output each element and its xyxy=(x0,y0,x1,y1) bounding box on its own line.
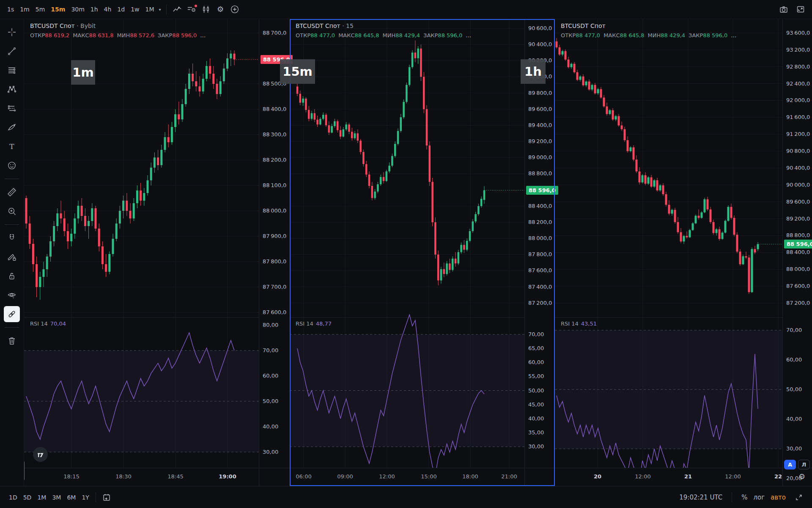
settings-button[interactable]: ⚙ xyxy=(213,3,228,15)
time-axis-1h[interactable]: 2012:002112:0022 xyxy=(555,468,812,486)
fullscreen-icon xyxy=(796,4,806,14)
tool-zoom-in[interactable] xyxy=(4,203,20,219)
scale-авто[interactable]: авто xyxy=(771,494,786,501)
add-chart-button[interactable] xyxy=(228,3,242,15)
ohlc-label: МАКС xyxy=(338,32,354,39)
rsi-name: RSI 14 xyxy=(561,320,579,327)
price-axis-1m[interactable]: 88 700,088 500,088 400,088 300,088 200,0… xyxy=(259,19,290,486)
clock-utc[interactable]: 19:02:21 UTC xyxy=(679,494,722,501)
timeframe-30m[interactable]: 30m xyxy=(68,3,87,15)
svg-text:⚙: ⚙ xyxy=(217,5,224,14)
ohlc-label: ЗАКР xyxy=(423,32,438,39)
fullscreen-button[interactable] xyxy=(793,3,808,15)
range-1Y[interactable]: 1Y xyxy=(79,492,92,503)
pane-settings-gear[interactable]: ⚙ xyxy=(797,472,807,483)
rsi-tick: 40,00 xyxy=(786,416,802,422)
timeframe-1M[interactable]: 1M xyxy=(143,3,157,15)
ohlc-value: 88 631,8 xyxy=(89,32,114,39)
range-5D[interactable]: 5D xyxy=(20,492,35,503)
scale-%[interactable]: % xyxy=(741,494,747,501)
timeframe-5m[interactable]: 5m xyxy=(33,3,48,15)
timeframe-1m[interactable]: 1m xyxy=(17,3,33,15)
price-tick: 88 200,0 xyxy=(263,157,286,163)
rsi-name: RSI 14 xyxy=(30,320,48,327)
tradingview-logo[interactable] xyxy=(33,447,48,462)
range-1M[interactable]: 1M xyxy=(34,492,49,503)
scale-лог[interactable]: лог xyxy=(753,494,765,501)
range-1D[interactable]: 1D xyxy=(6,492,20,503)
timeframe-1s[interactable]: 1s xyxy=(4,3,17,15)
timeframe-1d[interactable]: 1d xyxy=(114,3,128,15)
price-tick: 89 000,0 xyxy=(528,154,552,161)
rsi-tick: 50,00 xyxy=(528,387,544,394)
ohlc-value: 88 477,0 xyxy=(576,32,600,39)
remove-drawings-icon xyxy=(7,336,17,346)
tool-emoji[interactable] xyxy=(4,157,20,174)
timeframe-menu-caret[interactable]: ▾ xyxy=(157,7,163,12)
time-axis-1m[interactable]: 18:1518:3018:4519:00 xyxy=(24,468,290,486)
tool-crosshair[interactable] xyxy=(4,24,20,40)
timeframe-15m[interactable]: 15m xyxy=(48,3,68,15)
rsi-tick: 40,00 xyxy=(528,415,544,422)
candle-compare-button[interactable] xyxy=(199,3,213,15)
camera-button[interactable] xyxy=(776,3,791,15)
tool-trend-line[interactable] xyxy=(4,43,20,59)
tool-remove-drawings[interactable] xyxy=(4,333,20,349)
rsi-indicator-label[interactable]: RSI 1443,51 xyxy=(561,320,597,327)
ohlc-more[interactable]: … xyxy=(466,32,472,39)
timeframe-badge-15m: 15m xyxy=(280,59,315,84)
price-pane-1m[interactable] xyxy=(24,19,259,468)
chart-cell-15m[interactable]: BTCUSDT Спот · 15ОТКР88 477,0МАКС88 645,… xyxy=(290,19,555,486)
tool-link-charts[interactable] xyxy=(4,306,20,322)
tool-text[interactable]: T xyxy=(4,138,20,155)
chart-symbol-title: BTCUSDT Спот · Bybit xyxy=(30,22,96,29)
timeframe-1h[interactable]: 1h xyxy=(88,3,101,15)
axis-mode-buttons: АЛ xyxy=(784,460,810,469)
hide-drawings-icon xyxy=(7,290,17,300)
price-tick: 87 200,0 xyxy=(786,300,810,306)
rsi-indicator-label[interactable]: RSI 1470,04 xyxy=(30,320,66,327)
indicators-button[interactable] xyxy=(184,3,199,15)
price-axis-1h[interactable]: 93 600,093 200,092 800,092 400,092 000,0… xyxy=(782,19,812,486)
chart-symbol-title: BTCUSDT Спот · 15 xyxy=(296,22,354,29)
time-axis-15m[interactable]: 06:0009:0012:0015:0018:0021:00 xyxy=(290,468,555,486)
timeframe-1w[interactable]: 1w xyxy=(128,3,142,15)
time-tick: 18:30 xyxy=(115,473,131,480)
tool-hide-drawings[interactable] xyxy=(4,287,20,303)
price-axis-15m[interactable]: 90 600,090 400,090 200,090 000,089 800,0… xyxy=(524,19,555,486)
chart-cell-1h[interactable]: BTCUSDT СпотОТКР88 477,0МАКС88 645,8МИН8… xyxy=(555,19,812,486)
timeframe-4h[interactable]: 4h xyxy=(101,3,115,15)
chart-cell-1m[interactable]: BTCUSDT Спот · BybitОТКР88 619,2МАКС88 6… xyxy=(24,19,290,486)
rsi-indicator-label[interactable]: RSI 1448,77 xyxy=(296,320,332,327)
tool-parallel-lines[interactable] xyxy=(4,62,20,78)
ohlc-more[interactable]: … xyxy=(200,32,206,39)
log-scale-button[interactable]: Л xyxy=(798,460,810,469)
price-tick: 87 600,0 xyxy=(528,267,552,274)
tool-xabcd-pattern[interactable] xyxy=(4,81,20,97)
toolbar-separator xyxy=(96,492,96,502)
price-tick: 90 400,0 xyxy=(528,41,552,48)
tool-position-tool[interactable] xyxy=(4,100,20,116)
maximize-button[interactable] xyxy=(792,491,806,503)
time-tick: 18:45 xyxy=(167,473,183,480)
tool-lock-drawings[interactable] xyxy=(4,268,20,284)
tool-ruler[interactable] xyxy=(4,184,20,200)
price-pane-15m[interactable] xyxy=(290,19,524,468)
tool-brush[interactable] xyxy=(4,119,20,135)
price-pane-1h[interactable] xyxy=(555,19,782,468)
link-charts-icon xyxy=(7,309,17,319)
price-tick: 88 200,0 xyxy=(528,219,552,226)
crosshair-icon xyxy=(7,27,17,37)
drawing-toolbar: T xyxy=(0,19,24,486)
auto-scale-button[interactable]: А xyxy=(784,460,796,469)
ohlc-label: ОТКР xyxy=(30,32,45,39)
goto-date-button[interactable] xyxy=(99,491,114,503)
toolbar-separator xyxy=(732,492,732,502)
tool-draw-lock[interactable] xyxy=(4,249,20,265)
ohlc-more[interactable]: … xyxy=(731,32,737,39)
range-3M[interactable]: 3M xyxy=(49,492,64,503)
range-6M[interactable]: 6M xyxy=(64,492,79,503)
chart-type-button[interactable] xyxy=(170,3,184,15)
ohlc-value: 88 596,0 xyxy=(703,32,727,39)
tool-magnet[interactable] xyxy=(4,230,20,246)
